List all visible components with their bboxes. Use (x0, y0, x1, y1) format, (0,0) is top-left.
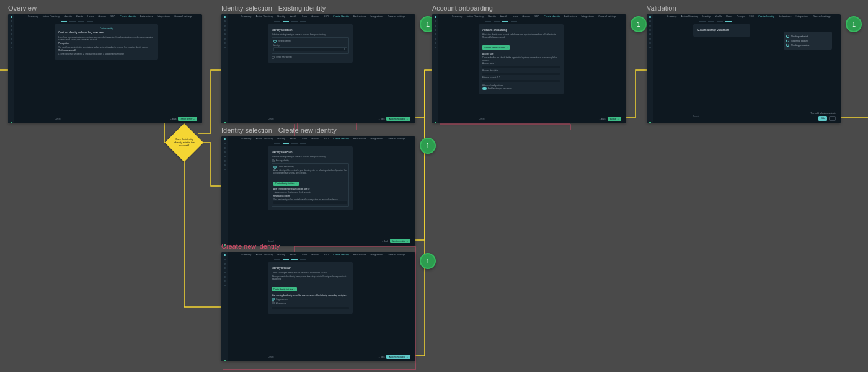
cancel-link[interactable]: Cancel (479, 118, 484, 120)
plus-icon[interactable] (224, 122, 226, 123)
wizard-stepper (485, 21, 517, 22)
back-button[interactable]: ← Back (381, 240, 388, 242)
app-sidebar (8, 14, 14, 123)
back-button[interactable]: ← Back (599, 118, 606, 120)
plus-icon[interactable] (224, 360, 226, 361)
next-button[interactable]: Account onboarding → (386, 117, 410, 121)
page-title: Custom identity validation (697, 29, 746, 32)
page-title: Custom identity onboarding overview (58, 31, 154, 34)
screen-create-identity: SummaryActive DirectoryIdentityHealthUse… (221, 252, 415, 361)
frame-label: Create new identity (221, 242, 415, 250)
content-card: Custom identity validation (693, 24, 750, 37)
radio-single[interactable]: Single account (272, 298, 349, 301)
radio-existing[interactable]: Existing identity (273, 40, 347, 43)
advanced-toggle[interactable]: Advanced configuration ▾ (482, 84, 560, 87)
content-card: Identity selection Select an existing id… (268, 146, 353, 210)
frame-account-onboarding[interactable]: Account onboarding SummaryActive Directo… (432, 4, 626, 123)
back-button[interactable]: ← Back (170, 118, 177, 120)
wizard-stepper (699, 21, 732, 22)
create-identity-button[interactable]: Create identity first time ↗ (273, 182, 299, 186)
hide-button[interactable]: Hide (818, 116, 827, 121)
wizard-footer: Cancel ← Back Select identity → (55, 117, 197, 121)
top-nav: SummaryActive DirectoryIdentityHealthUse… (14, 15, 202, 18)
comment-badge[interactable]: 1 (420, 253, 436, 269)
frame-label: Identity selection - Existing identity (221, 4, 415, 12)
top-nav: SummaryActive DirectoryIdentityHealthUse… (228, 137, 415, 140)
cancel-link[interactable]: Cancel (693, 115, 699, 118)
decision-text: Does the identity already exist in the a… (172, 138, 197, 148)
spinner-icon (786, 35, 789, 38)
plus-icon[interactable] (649, 122, 651, 123)
frame-label: Account onboarding (432, 4, 626, 12)
wizard-stepper (274, 21, 306, 22)
next-button[interactable]: Account onboarding → (386, 355, 410, 359)
wizard-footer: Cancel This could take about a minute Hi… (693, 112, 836, 121)
frame-label: Overview (8, 4, 202, 12)
comment-badge[interactable]: 1 (420, 138, 436, 154)
ghost-button[interactable]: ··· (829, 116, 836, 121)
back-button[interactable]: ← Back (378, 118, 385, 120)
account-desc-input[interactable] (482, 73, 560, 75)
screen-identity-existing: SummaryActive DirectoryIdentityHealthUse… (221, 14, 415, 123)
back-button[interactable]: ← Back (378, 356, 385, 358)
identity-select[interactable] (273, 47, 347, 51)
app-sidebar (221, 14, 228, 123)
cancel-link[interactable]: Cancel (268, 240, 273, 242)
connect-external-button[interactable]: Connect external account ↗ (482, 45, 510, 50)
external-id-input[interactable] (482, 80, 560, 82)
create-identity-button[interactable]: Create identity first time ↗ (272, 287, 297, 291)
account-input[interactable] (272, 307, 349, 309)
validation-status-card: Checking credentials Connecting account … (784, 32, 832, 50)
app-sidebar (221, 252, 228, 361)
app-sidebar (647, 14, 653, 123)
frame-create-identity[interactable]: Create new identity SummaryActive Direct… (221, 242, 415, 361)
radio-existing[interactable]: Existing identity (272, 159, 349, 162)
frame-identity-new[interactable]: Identity selection - Create new identity… (221, 126, 415, 246)
frame-label: Validation (647, 4, 841, 12)
screen-validation: SummaryActive DirectoryIdentityHealthUse… (647, 14, 841, 123)
frame-identity-existing[interactable]: Identity selection - Existing identity S… (221, 4, 415, 123)
spinner-icon (786, 43, 789, 46)
cancel-link[interactable]: Cancel (268, 118, 273, 120)
frame-validation[interactable]: Validation SummaryActive DirectoryIdenti… (647, 4, 841, 123)
account-name-input[interactable] (482, 66, 560, 68)
plus-icon[interactable] (435, 122, 436, 123)
comment-badge[interactable]: 1 (846, 16, 862, 32)
top-nav: SummaryActive DirectoryIdentityHealthUse… (653, 15, 841, 18)
wizard-stepper (274, 143, 306, 144)
decision-diamond: Does the identity already exist in the a… (165, 123, 203, 162)
frame-label: Identity selection - Create new identity (221, 126, 415, 134)
spinner-icon (786, 39, 789, 42)
next-button[interactable]: Validate → (608, 117, 621, 121)
page-title: Account onboarding (482, 29, 560, 32)
app-sidebar (221, 136, 228, 246)
screen-identity-new: SummaryActive DirectoryIdentityHealthUse… (221, 136, 415, 246)
autosync-toggle[interactable] (482, 87, 487, 90)
cancel-link[interactable]: Cancel (268, 356, 273, 358)
wizard-footer: Cancel ← Back Account onboarding → (268, 355, 410, 359)
next-button[interactable]: Select identity → (178, 117, 197, 121)
confirm-input[interactable] (273, 202, 347, 204)
frame-overview[interactable]: Overview SummaryActive DirectoryIdentity… (8, 4, 202, 123)
wizard-stepper (61, 21, 93, 22)
wizard-footer: Cancel ← Back Account onboarding → (268, 117, 410, 121)
top-nav: SummaryActive DirectoryIdentityHealthUse… (228, 253, 415, 256)
screen-overview: SummaryActive DirectoryIdentityHealthUse… (8, 14, 202, 123)
radio-new[interactable]: Create new identity (272, 56, 349, 59)
cancel-link[interactable]: Cancel (55, 118, 60, 120)
radio-all[interactable]: All accounts (272, 301, 349, 304)
screen-account-onboarding: SummaryActive DirectoryIdentityHealthUse… (432, 14, 626, 123)
plus-icon[interactable] (11, 122, 12, 123)
comment-badge[interactable]: 1 (631, 16, 647, 32)
page-title: Identity creation (272, 267, 349, 270)
content-card: Account onboarding Attach this identity … (479, 24, 564, 94)
wizard-footer: Cancel ← Back Validate → (479, 117, 621, 121)
top-nav: SummaryActive DirectoryIdentityHealthUse… (438, 15, 626, 18)
top-nav: SummaryActive DirectoryIdentityHealthUse… (228, 15, 415, 18)
content-card: Custom Identity Custom identity onboardi… (55, 24, 158, 60)
page-title: Identity selection (272, 151, 349, 154)
app-sidebar (432, 14, 438, 123)
status-label: This could take about a minute (810, 112, 836, 115)
content-card: Identity creation Create a managed ident… (268, 262, 353, 314)
radio-new[interactable]: Create new identity (273, 166, 347, 169)
